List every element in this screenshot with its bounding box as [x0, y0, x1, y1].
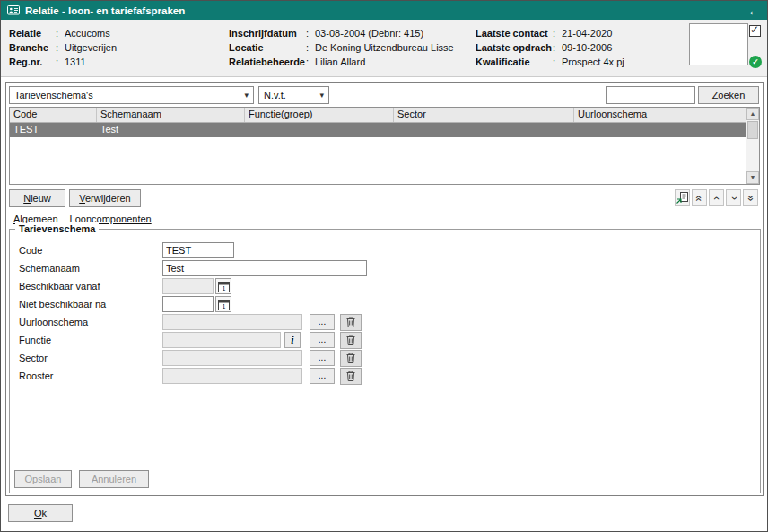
row-schemanaam: Schemanaam	[10, 259, 760, 277]
header-column-2: Inschrijfdatum : 03-08-2004 (Debnr: 415)…	[229, 26, 454, 69]
info-relatie: Relatie : Accucoms	[9, 26, 117, 40]
sector-input	[162, 350, 302, 366]
nvt-dropdown[interactable]: N.v.t. ▾	[258, 86, 329, 104]
sector-browse-button[interactable]: ...	[310, 350, 335, 366]
row-rooster: Rooster ...	[10, 367, 760, 385]
sector-label: Sector	[19, 353, 162, 363]
move-down-icon[interactable]: ‹	[726, 189, 741, 206]
info-kwalificatie: Kwalificatie : Prospect 4x pj	[476, 55, 624, 69]
info-value: Prospect 4x pj	[562, 57, 624, 67]
scroll-up-icon[interactable]: ▲	[746, 108, 759, 120]
schema-table: Code Schemanaam Functie(groep) Sector Uu…	[9, 107, 760, 185]
niet-beschikbaar-na-label: Niet beschikbaar na	[19, 299, 162, 310]
column-header-sector[interactable]: Sector	[394, 108, 574, 122]
dropdown-value: N.v.t.	[264, 90, 286, 100]
niet-beschikbaar-na-input[interactable]	[162, 296, 214, 312]
info-value: De Koning Uitzendbureau Lisse	[315, 42, 454, 53]
schemanaam-input[interactable]	[162, 260, 367, 276]
header-column-1: Relatie : Accucoms Branche : Uitgeverije…	[9, 26, 117, 69]
dropdown-value: Tarievenschema's	[14, 90, 93, 100]
info-label: Laatste opdrach	[476, 42, 553, 53]
tarievenschema-group: Tarievenschema Code Schemanaam Beschikba…	[9, 229, 761, 493]
zoeken-button[interactable]: Zoeken	[698, 86, 759, 104]
annuleren-button[interactable]: Annuleren	[79, 470, 149, 488]
column-header-functiegroep[interactable]: Functie(groep)	[245, 108, 394, 122]
colon: :	[306, 42, 315, 53]
code-input[interactable]	[162, 242, 234, 258]
check-icon: ✓	[752, 57, 759, 66]
info-label: Relatiebeheerde	[229, 57, 306, 67]
chevron-double-up-icon: «	[694, 195, 706, 201]
row-niet-beschikbaar-na: Niet beschikbaar na 1	[10, 295, 760, 313]
verwijderen-button[interactable]: Verwijderen	[69, 189, 141, 207]
back-arrow-icon[interactable]: ←	[747, 4, 761, 17]
search-input[interactable]	[606, 86, 695, 104]
uurloonschema-browse-button[interactable]: ...	[310, 314, 335, 330]
scrollbar-thumb[interactable]	[747, 121, 758, 139]
info-value: Lilian Allard	[315, 57, 365, 67]
chevron-up-icon: ‹	[711, 196, 723, 200]
info-value: 21-04-2020	[562, 28, 612, 39]
cell-sector	[394, 123, 574, 137]
info-label: Inschrijfdatum	[229, 28, 306, 39]
code-label: Code	[19, 245, 162, 256]
functie-browse-button[interactable]: ...	[310, 332, 335, 348]
info-value: 03-08-2004 (Debnr: 415)	[315, 28, 423, 39]
chevron-down-icon: ▾	[319, 91, 324, 100]
trash-icon[interactable]	[340, 368, 362, 385]
colon: :	[56, 28, 65, 39]
move-bottom-icon[interactable]: «	[743, 189, 758, 206]
cell-code: TEST	[10, 123, 97, 137]
column-header-uurloonschema[interactable]: Uurloonschema	[574, 108, 746, 122]
detach-record-icon[interactable]	[675, 189, 690, 206]
row-functie: Functie i ...	[10, 331, 760, 349]
cell-uurloonschema	[574, 123, 746, 137]
move-up-icon[interactable]: ‹	[709, 189, 724, 206]
vertical-scrollbar[interactable]: ▲ ▼	[746, 108, 759, 184]
colon: :	[553, 42, 562, 53]
chevron-double-down-icon: «	[745, 195, 757, 201]
info-locatie: Locatie : De Koning Uitzendbureau Lisse	[229, 40, 454, 55]
status-check-badge: ✓	[749, 56, 762, 68]
column-header-schemanaam[interactable]: Schemanaam	[97, 108, 245, 122]
table-row[interactable]: TEST Test	[10, 123, 746, 137]
schemanaam-label: Schemanaam	[19, 263, 162, 274]
rooster-browse-button[interactable]: ...	[310, 368, 335, 384]
row-code: Code	[10, 241, 760, 259]
info-label: Locatie	[229, 42, 306, 53]
trash-icon[interactable]	[340, 314, 362, 331]
trash-icon[interactable]	[340, 350, 362, 367]
rooster-label: Rooster	[19, 371, 162, 381]
header-checkbox[interactable]: ✓	[749, 25, 761, 37]
trash-icon[interactable]	[340, 332, 362, 349]
ok-button[interactable]: Ok	[8, 504, 73, 522]
scroll-down-icon[interactable]: ▼	[746, 171, 759, 184]
opslaan-button[interactable]: Opslaan	[14, 470, 72, 488]
row-sector: Sector ...	[10, 349, 760, 367]
svg-text:1: 1	[222, 302, 225, 309]
calendar-icon[interactable]: 1	[215, 278, 231, 294]
move-top-icon[interactable]: «	[692, 189, 707, 206]
info-label: Laatste contact	[476, 28, 553, 39]
cell-functiegroep	[245, 123, 394, 137]
info-label: Reg.nr.	[9, 57, 56, 67]
svg-text:1: 1	[222, 284, 225, 291]
info-value: 1311	[65, 57, 86, 67]
colon: :	[553, 28, 562, 39]
rooster-input	[162, 368, 302, 384]
schema-type-dropdown[interactable]: Tarievenschema's ▾	[9, 86, 254, 104]
nieuw-button[interactable]: Nieuw	[9, 189, 65, 207]
info-laatste-contact: Laatste contact : 21-04-2020	[476, 26, 624, 40]
calendar-icon[interactable]: 1	[215, 296, 231, 312]
info-inschrijfdatum: Inschrijfdatum : 03-08-2004 (Debnr: 415)	[229, 26, 454, 40]
beschikbaar-vanaf-label: Beschikbaar vanaf	[19, 281, 162, 292]
row-uurloonschema: Uurloonschema ...	[10, 313, 760, 331]
check-icon: ✓	[750, 23, 759, 36]
titlebar: Relatie - loon- en tariefafspraken ←	[1, 1, 767, 20]
chevron-down-icon: ‹	[728, 196, 740, 200]
info-icon[interactable]: i	[284, 332, 301, 348]
column-header-code[interactable]: Code	[10, 108, 97, 122]
info-branche: Branche : Uitgeverijen	[9, 40, 117, 55]
beschikbaar-vanaf-input	[162, 278, 214, 294]
uurloonschema-input	[162, 314, 302, 330]
